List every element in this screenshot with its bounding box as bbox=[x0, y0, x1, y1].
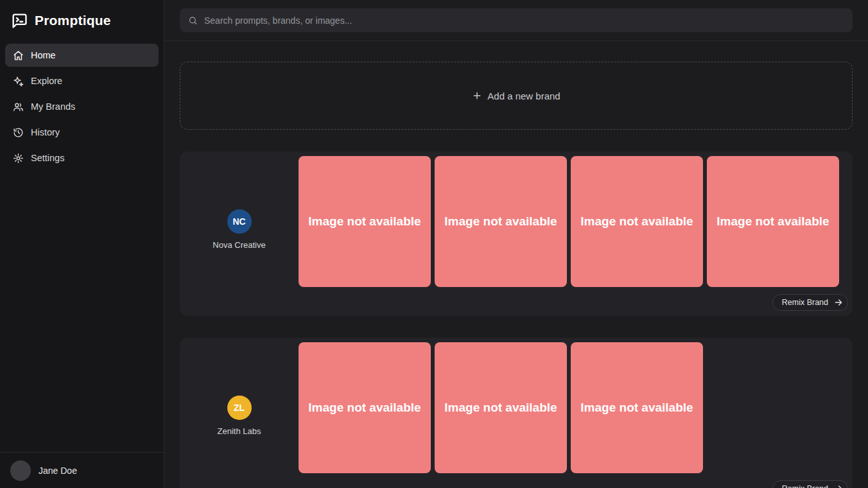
promptique-logo-icon bbox=[10, 12, 28, 30]
sidebar-item-label: Home bbox=[31, 50, 56, 60]
topbar bbox=[164, 0, 868, 41]
content: Add a new brand NC Nova Creative Image n… bbox=[164, 41, 868, 488]
app-title: Promptique bbox=[35, 13, 111, 28]
image-placeholder[interactable]: Image not available bbox=[707, 156, 839, 287]
remix-brand-label: Remix Brand bbox=[782, 484, 828, 488]
brand-card-nova-creative: NC Nova Creative Image not available Ima… bbox=[180, 152, 853, 316]
sidebar-item-explore[interactable]: Explore bbox=[5, 69, 159, 92]
search-bar bbox=[180, 8, 853, 32]
search-icon bbox=[188, 15, 198, 25]
user-avatar bbox=[10, 460, 31, 481]
sidebar-item-my-brands[interactable]: My Brands bbox=[5, 95, 159, 118]
add-brand-button[interactable]: Add a new brand bbox=[180, 62, 853, 130]
brand-name: Nova Creative bbox=[213, 240, 265, 250]
history-icon bbox=[13, 127, 24, 138]
brand-image-row: Image not available Image not available … bbox=[299, 152, 839, 316]
brand-info: ZL Zenith Labs bbox=[180, 329, 299, 488]
sidebar-item-history[interactable]: History bbox=[5, 121, 159, 144]
add-brand-label: Add a new brand bbox=[487, 91, 560, 101]
gear-icon bbox=[13, 153, 24, 164]
image-placeholder[interactable]: Image not available bbox=[571, 156, 703, 287]
sidebar-item-label: Settings bbox=[31, 153, 64, 163]
sidebar-nav: Home Explore My Brands bbox=[0, 40, 164, 173]
arrow-right-icon bbox=[833, 297, 844, 308]
remix-brand-button[interactable]: Remix Brand bbox=[772, 480, 848, 488]
home-icon bbox=[13, 50, 24, 61]
sidebar-item-label: History bbox=[31, 127, 60, 137]
brand-avatar: ZL bbox=[227, 396, 252, 420]
search-input[interactable] bbox=[180, 8, 853, 32]
sidebar-item-label: My Brands bbox=[31, 101, 75, 112]
image-placeholder[interactable]: Image not available bbox=[435, 342, 567, 473]
sparkles-icon bbox=[13, 76, 24, 87]
app-logo[interactable]: Promptique bbox=[0, 0, 164, 40]
brand-image-row: Image not available Image not available … bbox=[299, 338, 703, 488]
app-window: Promptique Home Explore bbox=[0, 0, 868, 488]
image-placeholder[interactable]: Image not available bbox=[299, 156, 431, 287]
sidebar-item-settings[interactable]: Settings bbox=[5, 146, 159, 170]
brand-avatar: NC bbox=[227, 209, 252, 234]
remix-brand-label: Remix Brand bbox=[782, 298, 828, 307]
plus-icon bbox=[472, 91, 482, 101]
image-placeholder[interactable]: Image not available bbox=[299, 342, 431, 473]
sidebar-item-label: Explore bbox=[31, 76, 62, 86]
brand-card-zenith-labs: ZL Zenith Labs Image not available Image… bbox=[180, 338, 853, 488]
image-placeholder[interactable]: Image not available bbox=[571, 342, 703, 473]
user-name: Jane Doe bbox=[39, 466, 77, 476]
sidebar-item-home[interactable]: Home bbox=[5, 44, 159, 67]
brand-name: Zenith Labs bbox=[218, 426, 261, 436]
user-profile[interactable]: Jane Doe bbox=[0, 452, 164, 488]
users-icon bbox=[13, 101, 24, 112]
main-area: Add a new brand NC Nova Creative Image n… bbox=[164, 0, 868, 488]
image-placeholder[interactable]: Image not available bbox=[435, 156, 567, 287]
brand-info: NC Nova Creative bbox=[180, 143, 299, 316]
remix-brand-button[interactable]: Remix Brand bbox=[772, 294, 848, 311]
sidebar: Promptique Home Explore bbox=[0, 0, 164, 488]
arrow-right-icon bbox=[833, 484, 844, 488]
